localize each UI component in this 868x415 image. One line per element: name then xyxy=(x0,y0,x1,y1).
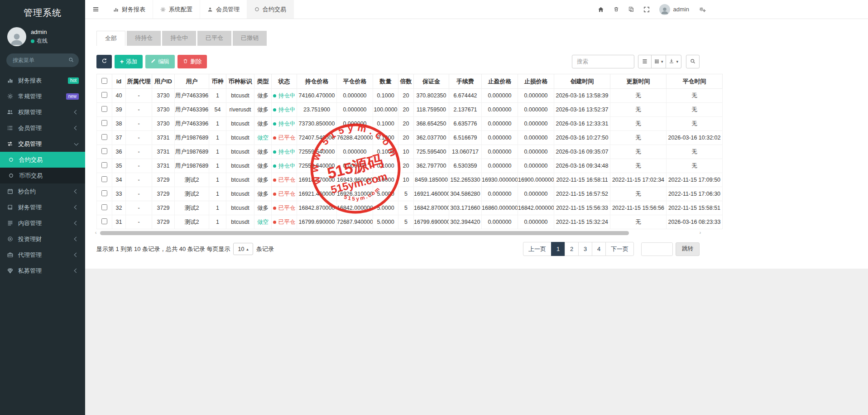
row-checkbox[interactable] xyxy=(101,106,107,112)
column-header[interactable]: 持仓价格 xyxy=(297,74,337,89)
trash-icon[interactable] xyxy=(614,6,619,12)
menu-search-input[interactable] xyxy=(6,53,79,67)
sidebar-item-contract-trade[interactable]: 合约交易 xyxy=(0,152,85,168)
sidebar-item-agent[interactable]: 代理管理 xyxy=(0,247,85,263)
scrollbar-thumb[interactable] xyxy=(100,231,629,235)
sidebar-item-finance[interactable]: 财务管理 xyxy=(0,199,85,215)
row-checkbox[interactable] xyxy=(101,190,107,196)
table-row[interactable]: 36-3731用户19876891btcusdt做多持仓中72559.54000… xyxy=(97,145,723,159)
column-header[interactable]: 止损价格 xyxy=(518,74,554,89)
table-row[interactable]: 31-3729测试21btcusdt做空已平仓16799.69000072687… xyxy=(97,215,723,229)
page-button-3[interactable]: 3 xyxy=(578,242,592,256)
filter-tab-all[interactable]: 全部 xyxy=(96,31,125,46)
row-checkbox[interactable] xyxy=(101,148,107,154)
tab-contract-trade[interactable]: 合约交易 xyxy=(247,0,294,19)
table-row[interactable]: 32-3729测试21btcusdt做多已平仓16842.87000016842… xyxy=(97,201,723,215)
table-search-input[interactable] xyxy=(572,55,634,68)
select-all-checkbox[interactable] xyxy=(101,78,107,84)
toggle-view-button[interactable] xyxy=(638,55,652,68)
row-checkbox[interactable] xyxy=(101,162,107,168)
sidebar-item-second-contract[interactable]: 秒合约 xyxy=(0,183,85,199)
sidebar-item-invest[interactable]: 投资理财 xyxy=(0,231,85,247)
columns-button[interactable]: ▾ xyxy=(651,55,667,68)
row-checkbox[interactable] xyxy=(101,92,107,98)
page-button-4[interactable]: 4 xyxy=(592,242,606,256)
filter-tab-closed[interactable]: 已平仓 xyxy=(197,31,231,46)
delete-button[interactable]: 删除 xyxy=(177,55,207,68)
tab-finance-report[interactable]: 财务报表 xyxy=(106,0,153,19)
scroll-right-icon[interactable]: › xyxy=(700,230,701,235)
row-checkbox[interactable] xyxy=(101,120,107,126)
toolbar-right: ▾ ▾ xyxy=(572,55,700,68)
user-menu[interactable]: admin xyxy=(659,4,689,15)
jump-button[interactable]: 跳转 xyxy=(676,242,700,256)
row-checkbox[interactable] xyxy=(101,218,107,224)
column-header[interactable]: 更新时间 xyxy=(610,74,667,89)
sidebar-item-coin-trade[interactable]: 币币交易 xyxy=(0,168,85,183)
column-header[interactable]: 止盈价格 xyxy=(482,74,518,89)
column-header[interactable]: 倍数 xyxy=(398,74,414,89)
copy-icon[interactable] xyxy=(628,6,634,12)
column-header[interactable]: id xyxy=(112,74,126,89)
table-row[interactable]: 37-3731用户19876891btcusdt做空已平仓72407.54000… xyxy=(97,131,723,145)
column-header[interactable]: 用户ID xyxy=(152,74,175,89)
sidebar-item-private[interactable]: 私募管理 xyxy=(0,263,85,279)
next-page-button[interactable]: 下一页 xyxy=(605,242,634,256)
sidebar-item-permission[interactable]: 权限管理 xyxy=(0,104,85,120)
tab-member[interactable]: 会员管理 xyxy=(200,0,247,19)
filter-tab-pending[interactable]: 待持仓 xyxy=(127,31,161,46)
gears-icon[interactable] xyxy=(699,6,706,13)
table-row[interactable]: 40-3730用户74633961btcusdt做多持仓中74160.47000… xyxy=(97,89,723,103)
row-checkbox[interactable] xyxy=(101,176,107,182)
column-header[interactable]: 手续费 xyxy=(449,74,482,89)
column-header[interactable]: 数量 xyxy=(373,74,398,89)
add-button[interactable]: + 添加 xyxy=(115,55,143,68)
search-icon[interactable] xyxy=(68,57,74,64)
prev-page-button[interactable]: 上一页 xyxy=(523,242,551,256)
table-row[interactable]: 35-3731用户19876891btcusdt做多持仓中72559.64000… xyxy=(97,159,723,173)
column-header[interactable]: 币种 xyxy=(209,74,226,89)
page-button-1[interactable]: 1 xyxy=(551,242,565,256)
user-icon xyxy=(207,7,213,12)
sidebar-item-general[interactable]: 常规管理 new xyxy=(0,88,85,104)
page-button-2[interactable]: 2 xyxy=(565,242,579,256)
column-header[interactable]: 币种标识 xyxy=(226,74,254,89)
column-header[interactable]: 用户 xyxy=(175,74,209,89)
table-row[interactable]: 38-3730用户74633961btcusdt做多持仓中73730.85000… xyxy=(97,117,723,131)
table-row[interactable]: 34-3729测试21btcusdt做多已平仓16918.37000016943… xyxy=(97,173,723,187)
sidebar-item-content[interactable]: 内容管理 xyxy=(0,215,85,231)
row-checkbox[interactable] xyxy=(101,134,107,140)
filter-tab-holding[interactable]: 持仓中 xyxy=(162,31,196,46)
sidebar-item-member[interactable]: 会员管理 xyxy=(0,120,85,136)
fullscreen-icon[interactable] xyxy=(643,6,650,13)
sidebar-item-trade[interactable]: 交易管理 xyxy=(0,136,85,152)
scroll-left-icon[interactable]: ‹ xyxy=(95,230,96,235)
book-icon xyxy=(6,204,14,210)
column-header[interactable]: 平仓时间 xyxy=(667,74,723,89)
column-header[interactable]: 平仓价格 xyxy=(337,74,373,89)
chevron-left-icon xyxy=(74,110,79,115)
table-cell: 无 xyxy=(610,215,667,229)
column-header[interactable]: 所属代理 xyxy=(126,74,152,89)
search-button[interactable] xyxy=(686,55,700,68)
refresh-button[interactable] xyxy=(96,55,112,68)
sidebar-item-finance-report[interactable]: 财务报表 hot xyxy=(0,72,85,88)
jump-page-input[interactable] xyxy=(641,242,673,256)
tab-system-config[interactable]: 系统配置 xyxy=(153,0,200,19)
table-row[interactable]: 33-3729测试21btcusdt做多已平仓16921.46000016926… xyxy=(97,187,723,201)
column-header[interactable]: 类型 xyxy=(254,74,272,89)
edit-button[interactable]: 编辑 xyxy=(145,55,175,68)
column-header[interactable]: 保证金 xyxy=(414,74,449,89)
column-header[interactable]: 状态 xyxy=(272,74,297,89)
export-button[interactable]: ▾ xyxy=(666,55,681,68)
filter-tab-cancelled[interactable]: 已撤销 xyxy=(233,31,267,46)
per-page-select[interactable]: 10 ▴ xyxy=(233,243,253,255)
table-row[interactable]: 39-3730用户746339654riverusdt做多持仓中23.75190… xyxy=(97,103,723,117)
row-checkbox[interactable] xyxy=(101,204,107,210)
column-header[interactable]: 创建时间 xyxy=(554,74,610,89)
table-cell: - xyxy=(126,117,152,131)
avatar xyxy=(7,27,26,46)
circle-icon xyxy=(7,173,14,178)
hamburger-icon[interactable] xyxy=(85,0,106,19)
home-icon[interactable] xyxy=(598,6,604,13)
